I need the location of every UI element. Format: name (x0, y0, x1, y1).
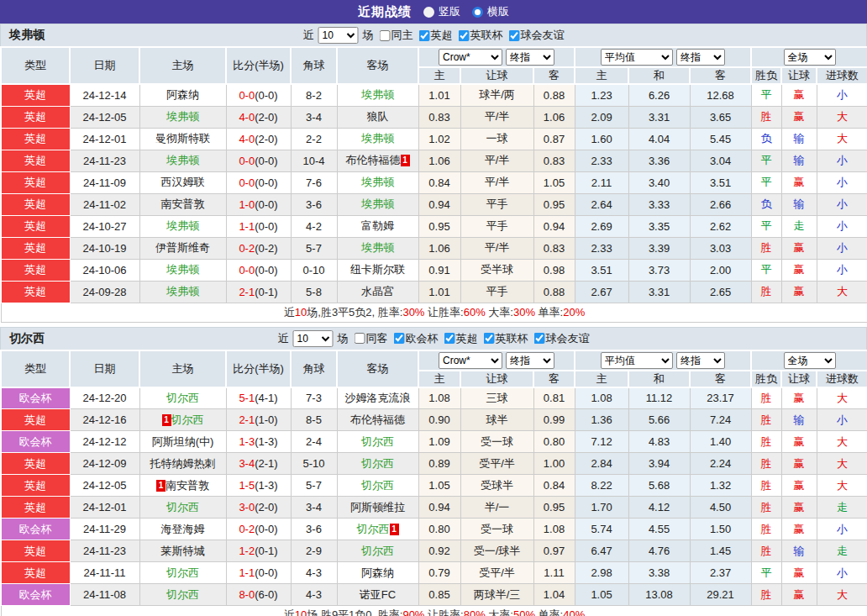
summary-line: 近10场,胜3平5负2, 胜率:30% 让胜率:60% 大率:30% 单率:20… (1, 303, 867, 322)
avg-draw-odds: 13.08 (628, 584, 690, 606)
result-outcome: 平 (751, 562, 781, 584)
away-team-name: 切尔西 (357, 523, 390, 535)
odds-source-select[interactable]: Crow* (439, 352, 502, 369)
odds-stage-select-1[interactable]: 终指 (506, 49, 554, 66)
radio-selected-icon[interactable] (472, 7, 483, 18)
result-outcome: 平 (751, 259, 781, 281)
result-goals: 大 (817, 387, 867, 409)
same-venue-checkbox-input[interactable] (380, 30, 391, 41)
avg-away-odds: 29.21 (690, 584, 751, 606)
league-checkbox-input-3[interactable] (534, 333, 545, 344)
odds-stage-select-2[interactable]: 终指 (676, 352, 725, 369)
home-team-name: 埃弗顿 (166, 110, 199, 123)
scope-select[interactable]: 全场 (784, 49, 836, 66)
league-checkbox-input-0[interactable] (394, 333, 405, 344)
avg-odds-select[interactable]: 平均值 (601, 49, 673, 66)
layout-radio-vertical[interactable]: 竖版 (423, 4, 460, 19)
match-score: 4-0(2-0) (226, 106, 291, 128)
odds-stage-select-2[interactable]: 终指 (676, 49, 725, 66)
radio-unselected-icon[interactable] (423, 7, 434, 18)
crow-home-odds: 0.92 (418, 540, 460, 562)
crow-home-odds: 1.05 (418, 475, 460, 497)
home-team-cell: 埃弗顿 (139, 106, 226, 128)
result-goals: 小 (817, 171, 867, 193)
odds-source-select[interactable]: Crow* (439, 49, 502, 66)
league-checkbox-1[interactable]: 英联杯 (455, 28, 503, 43)
match-score: 0-0(0-0) (226, 171, 291, 193)
league-checkbox-0[interactable]: 欧会杯 (391, 331, 439, 346)
home-team-cell: 埃弗顿 (139, 215, 226, 237)
avg-home-odds: 2.33 (575, 150, 628, 171)
league-checkbox-3[interactable]: 球会友谊 (531, 331, 590, 346)
crow-home-odds: 0.85 (418, 584, 460, 606)
league-badge: 英超 (1, 497, 70, 519)
league-badge: 英超 (1, 171, 70, 193)
match-score: 8-0(6-0) (226, 584, 291, 606)
avg-draw-odds: 3.39 (628, 237, 690, 259)
sub-header-3: 主 (575, 67, 628, 84)
league-badge: 英超 (1, 409, 70, 431)
result-outcome: 负 (751, 193, 781, 215)
league-checkbox-input-2[interactable] (484, 333, 495, 344)
avg-away-odds: 2.62 (690, 215, 751, 237)
avg-away-odds: 7.24 (690, 409, 751, 431)
avg-draw-odds: 3.73 (628, 259, 690, 281)
avg-away-odds: 3.04 (690, 150, 751, 171)
home-team-cell: 切尔西 (139, 584, 226, 606)
away-team-name: 布伦特福德 (346, 154, 401, 166)
corner-score: 7-6 (291, 171, 337, 193)
odds-stage-select-1[interactable]: 终指 (506, 352, 554, 369)
title-bar: 近期战绩 竖版 横版 (0, 0, 867, 24)
league-checkbox-input-1[interactable] (444, 333, 455, 344)
avg-draw-odds: 4.12 (628, 497, 690, 519)
avg-away-odds: 2.65 (690, 281, 751, 303)
home-team-cell: 埃弗顿 (139, 259, 226, 281)
same-away-checkbox[interactable]: 同客 (351, 331, 388, 346)
col-header-away: 客场 (337, 47, 418, 84)
table-row: 欧会杯24-11-08切尔西8-0(6-0)4-3诺亚FC0.85两球半/三1.… (1, 584, 867, 606)
recent-count-select[interactable]: 10 (318, 27, 359, 44)
sub-header-5: 客 (690, 371, 751, 387)
league-checkbox-input-2[interactable] (509, 30, 520, 41)
league-checkbox-0[interactable]: 英超 (416, 28, 453, 43)
result-handicap: 赢 (781, 281, 817, 303)
crow-away-odds: 1.08 (533, 519, 575, 540)
league-checkbox-label: 欧会杯 (406, 331, 439, 346)
avg-away-odds: 3.03 (690, 237, 751, 259)
league-checkbox-2[interactable]: 球会友谊 (506, 28, 565, 43)
league-checkbox-input-1[interactable] (459, 30, 470, 41)
league-checkbox-input-0[interactable] (419, 30, 430, 41)
sub-header-0: 主 (418, 67, 460, 84)
home-team-name: 埃弗顿 (166, 154, 199, 166)
league-badge: 英超 (1, 475, 70, 497)
avg-odds-select[interactable]: 平均值 (601, 352, 673, 369)
sub-header-5: 客 (690, 67, 751, 84)
red-card-badge: 1 (162, 414, 171, 426)
league-checkbox-2[interactable]: 英联杯 (481, 331, 528, 346)
crow-home-odds: 1.01 (418, 281, 460, 303)
same-venue-checkbox-input[interactable] (355, 333, 365, 344)
result-goals: 小 (817, 237, 867, 259)
avg-draw-odds: 3.33 (628, 193, 690, 215)
recent-count-select[interactable]: 10 (293, 330, 334, 347)
same-home-checkbox[interactable]: 同主 (376, 28, 413, 43)
layout-radio-horizontal[interactable]: 横版 (472, 4, 509, 19)
away-team-cell: 沙姆洛克流浪 (337, 387, 418, 409)
scope-select[interactable]: 全场 (784, 352, 836, 369)
match-date: 24-11-11 (70, 562, 139, 584)
result-handicap: 输 (781, 540, 817, 562)
result-handicap: 赢 (781, 106, 817, 128)
home-team-cell: 西汉姆联 (139, 171, 226, 193)
result-handicap: 赢 (781, 475, 817, 497)
match-date: 24-09-28 (70, 281, 139, 303)
result-handicap: 赢 (781, 453, 817, 475)
avg-draw-odds: 3.31 (628, 281, 690, 303)
sub-header-3: 主 (575, 371, 628, 387)
corner-score: 2-9 (291, 540, 337, 562)
league-checkbox-1[interactable]: 英超 (441, 331, 478, 346)
corner-score: 5-8 (291, 281, 337, 303)
away-team-cell: 埃弗顿 (337, 128, 418, 150)
match-score: 3-4(2-1) (226, 453, 291, 475)
away-team-name: 水晶宫 (361, 285, 394, 297)
match-date: 24-12-16 (70, 409, 139, 431)
